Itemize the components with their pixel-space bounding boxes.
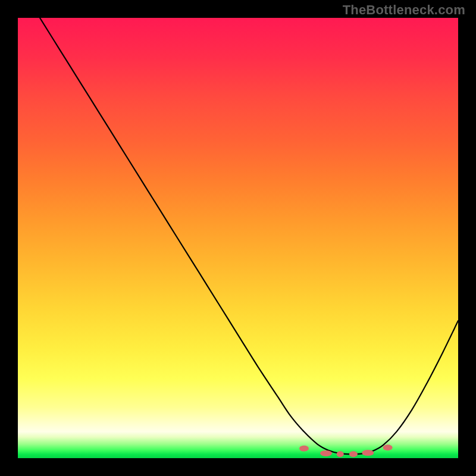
min-dot <box>320 450 332 456</box>
min-dot <box>337 451 344 457</box>
chart-container: TheBottleneck.com <box>0 0 476 476</box>
min-dot <box>349 451 358 457</box>
min-dot <box>299 446 309 452</box>
curve-svg <box>18 18 458 458</box>
min-dot <box>362 450 374 456</box>
min-dot <box>383 444 393 450</box>
min-region-dots <box>299 444 393 457</box>
watermark-text: TheBottleneck.com <box>343 2 465 18</box>
bottleneck-curve <box>40 18 458 454</box>
plot-area <box>18 18 458 458</box>
